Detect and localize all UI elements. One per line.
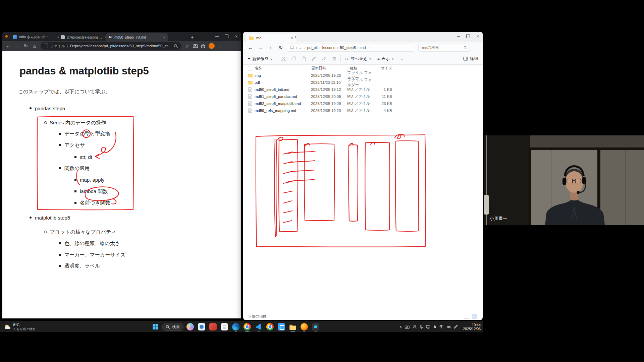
start-button[interactable] xyxy=(151,322,160,331)
breadcrumb-segment[interactable]: … xyxy=(299,46,303,50)
microphone-tray-icon[interactable] xyxy=(420,325,423,329)
dark-app-icon[interactable] xyxy=(311,322,320,331)
explorer-search[interactable] xyxy=(418,44,470,52)
browser-tab-active[interactable]: M md50_step5_init.md × xyxy=(106,33,168,41)
breadcrumb-segment[interactable]: pd_plt xyxy=(307,46,318,50)
breadcrumb-segment[interactable]: md xyxy=(361,46,366,50)
file-row[interactable]: md51_step5_pandas.md 2025/12/05 20:05 MD… xyxy=(246,93,480,100)
ime-indicator[interactable]: A xyxy=(433,325,436,329)
up-icon[interactable]: ↑ xyxy=(267,44,275,52)
camera-tray-icon[interactable] xyxy=(405,325,410,329)
close-button[interactable]: × xyxy=(231,32,241,41)
minimize-button[interactable] xyxy=(453,32,463,41)
back-icon[interactable]: ← xyxy=(247,44,255,52)
rename-icon[interactable] xyxy=(311,56,316,61)
outline-text: str, dt xyxy=(80,154,92,160)
more-options-icon[interactable]: … xyxy=(399,56,403,61)
folder-icon xyxy=(249,36,254,40)
tab-title: orito さんのレポート パソコン仕事… xyxy=(19,35,55,40)
delete-icon[interactable] xyxy=(332,56,336,61)
profile-avatar[interactable] xyxy=(209,43,215,49)
edge-app-icon[interactable] xyxy=(231,322,240,331)
breadcrumb-segment[interactable]: lessons xyxy=(322,46,335,50)
minimize-button[interactable] xyxy=(212,32,222,41)
vscode-app-icon[interactable] xyxy=(254,322,263,331)
bookmark-star-icon[interactable]: ☆ xyxy=(183,42,191,50)
outline-item: lambda 関数 xyxy=(74,188,108,195)
search-input[interactable] xyxy=(421,45,462,50)
explorer-tab[interactable]: md × xyxy=(246,34,296,42)
search-label: 検索 xyxy=(172,324,180,329)
forward-icon[interactable]: → xyxy=(13,42,21,50)
blue-app-icon[interactable] xyxy=(197,322,206,331)
bullet-circle xyxy=(44,231,50,233)
details-toggle[interactable]: 詳細 xyxy=(463,56,478,62)
maximize-button[interactable] xyxy=(463,32,473,41)
weather-icon xyxy=(4,324,11,330)
browser-menu-kebab-icon[interactable]: ⋮ xyxy=(216,42,224,50)
back-icon[interactable]: ← xyxy=(4,42,12,50)
weather-widget[interactable]: 8°C くもり時々晴れ xyxy=(2,321,38,333)
new-button[interactable]: + 新規作成 ∨ xyxy=(248,56,273,62)
outline-item: 透明度、ラベル xyxy=(59,262,100,269)
screenshot-camera-icon[interactable] xyxy=(192,42,199,50)
tab-close-icon[interactable]: × xyxy=(291,36,293,40)
volume-tray-icon[interactable] xyxy=(446,325,451,329)
sort-button[interactable]: ↑↓ 並べ替え ∨ xyxy=(345,56,371,62)
file-row[interactable]: md52_step5_matplotlib.md 2025/12/05 19:2… xyxy=(246,100,480,107)
taskbar-clock[interactable]: 10:44 2025/12/06 xyxy=(463,323,481,331)
hidden-icons-chevron-icon[interactable]: ∧ xyxy=(399,325,402,329)
refresh-icon[interactable]: ↻ xyxy=(277,44,285,52)
taskbar-search[interactable]: 検索 xyxy=(162,323,183,331)
breadcrumb-segment[interactable]: 50_step5 xyxy=(340,46,356,50)
red-app-icon[interactable] xyxy=(208,322,218,331)
copilot-app-icon[interactable] xyxy=(185,322,195,331)
wifi-tray-icon[interactable] xyxy=(439,325,443,328)
forward-icon[interactable]: → xyxy=(257,44,265,52)
paste-icon[interactable] xyxy=(302,56,306,61)
chevron-right-icon: › xyxy=(319,46,321,50)
chevron-right-icon: › xyxy=(296,46,297,50)
maximize-button[interactable] xyxy=(222,32,231,41)
file-row[interactable]: md59_refs_mapping.md 2025/12/05 19:20 MD… xyxy=(246,107,480,114)
zoom-icon[interactable] xyxy=(174,44,178,48)
outline-text: pandas step5 xyxy=(35,106,65,111)
file-name: md51_step5_pandas.md xyxy=(255,95,309,99)
large-view-toggle-icon[interactable] xyxy=(472,314,477,318)
select-all-checkbox[interactable] xyxy=(246,66,255,70)
address-bar[interactable]: ファイル | D:/projects/lessons/pd_plt/lesson… xyxy=(41,42,181,50)
close-button[interactable]: × xyxy=(473,32,483,41)
file-type: MD ファイル xyxy=(345,108,374,113)
blue-editor-app-icon[interactable] xyxy=(277,322,286,331)
people-tray-icon[interactable] xyxy=(413,325,417,329)
breadcrumb[interactable]: › … › pd_plt › lessons › 50_step5 › md › xyxy=(287,44,414,52)
chrome-app-icon[interactable] xyxy=(243,322,252,331)
share-icon[interactable] xyxy=(322,56,327,61)
file-explorer-app-icon[interactable] xyxy=(288,322,298,331)
file-row[interactable]: pdf 2025/11/23 13:10 ファイル フォルダー xyxy=(246,79,480,86)
explorer-new-tab-button[interactable]: + xyxy=(294,35,297,40)
chrome-profile2-app-icon[interactable] xyxy=(265,322,275,331)
view-button[interactable]: ≡ 表示 ∨ xyxy=(377,56,394,62)
column-name[interactable]: 名前 xyxy=(255,66,309,71)
column-date[interactable]: 更新日時 xyxy=(309,66,348,71)
intro-text: このステップでは、以下について学ぶ。 xyxy=(18,88,110,95)
browser-tab-2[interactable]: D:¥projects¥lessons¥pd_plt¥le… × xyxy=(58,33,110,41)
reload-icon[interactable]: ↻ xyxy=(22,42,30,50)
copy-icon[interactable] xyxy=(291,56,296,61)
new-tab-button[interactable]: + xyxy=(189,34,196,41)
browser-tab-1[interactable]: orito さんのレポート パソコン仕事… × xyxy=(10,33,62,41)
extensions-puzzle-icon[interactable] xyxy=(200,42,207,50)
tab-close-icon[interactable]: × xyxy=(163,35,165,39)
cut-icon[interactable] xyxy=(281,56,286,61)
outline-item: 色、線の種類、線の太さ xyxy=(59,240,120,247)
pen-tray-icon[interactable] xyxy=(454,325,458,329)
display-tray-icon[interactable] xyxy=(426,325,430,329)
column-size[interactable]: サイズ xyxy=(379,66,402,71)
firefox-app-icon[interactable] xyxy=(300,322,309,331)
file-row[interactable]: md50_step5_init.md 2025/12/05 19:12 MD フ… xyxy=(246,86,480,93)
list-view-toggle-icon[interactable] xyxy=(464,314,469,318)
webcam-video: 小川慶一 xyxy=(484,135,644,225)
notepad-app-icon[interactable] xyxy=(220,322,229,331)
home-icon[interactable]: ⌂ xyxy=(31,42,39,50)
